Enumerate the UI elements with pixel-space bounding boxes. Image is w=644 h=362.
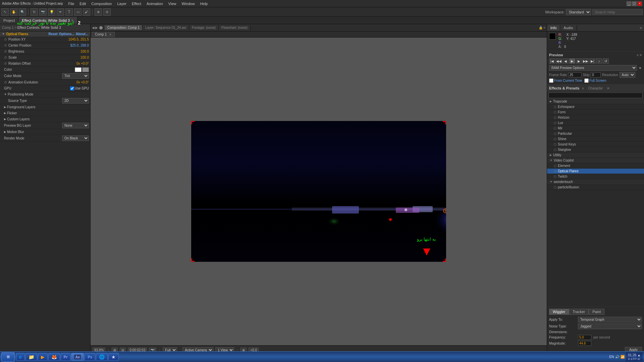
effects-group-utility[interactable]: ▶ Utility bbox=[547, 153, 644, 158]
comp-subtab-comp1[interactable]: Comp 1 ✕ bbox=[92, 32, 115, 37]
viewer-lock-icon[interactable]: 🔒 bbox=[539, 26, 543, 29]
tool-zoom[interactable]: 🔍 bbox=[19, 8, 26, 16]
panel-tab-effect-controls[interactable]: Effect Controls: White Solid 3 ✕ bbox=[18, 17, 77, 24]
menu-animation[interactable]: Animation bbox=[144, 1, 166, 6]
effects-item-optical-flares[interactable]: ⬡ Optical Flares bbox=[547, 169, 644, 174]
stopwatch-anim-icon[interactable]: ⏱ bbox=[4, 81, 7, 84]
viewer-tab-right[interactable]: ▶ bbox=[95, 26, 98, 29]
effects-item-sound-keys[interactable]: ⬡ Sound Keys bbox=[547, 142, 644, 147]
tool-paint[interactable]: 🖌 bbox=[83, 8, 90, 16]
prop-anim-value[interactable]: 0x +0.0° bbox=[76, 80, 89, 84]
effects-item-particle-illusion[interactable]: ⬡ particleIllusion bbox=[547, 185, 644, 190]
effects-item-lux[interactable]: ⬡ Lux bbox=[547, 120, 644, 126]
viewer-menu-icon[interactable]: ≡ bbox=[543, 26, 545, 29]
flicker-triangle[interactable]: ▶ bbox=[4, 112, 6, 115]
color-swatch[interactable] bbox=[75, 67, 82, 72]
stopwatch-scale-icon[interactable]: ⏱ bbox=[4, 56, 7, 59]
minimize-button[interactable]: _ bbox=[627, 1, 631, 6]
about-btn[interactable]: About... bbox=[76, 32, 88, 36]
viewer-tab-comp[interactable]: Composition: Comp 1 bbox=[105, 25, 143, 30]
tracker-tab[interactable]: Tracker bbox=[569, 309, 589, 315]
effect-triangle[interactable]: ▼ bbox=[2, 33, 5, 36]
effects-item-echospace[interactable]: ⬡ Echospace bbox=[547, 104, 644, 110]
skip-input[interactable] bbox=[591, 72, 601, 77]
frame-rate-input[interactable] bbox=[568, 72, 582, 77]
prop-source-type-select[interactable]: 2D bbox=[62, 98, 89, 104]
tool-clone[interactable]: ⊕ bbox=[95, 8, 102, 16]
stopwatch-center-icon[interactable]: ⏱ bbox=[4, 44, 7, 47]
ram-preview-select[interactable]: RAM Preview Options bbox=[549, 65, 637, 71]
effects-item-mir[interactable]: ⬡ Mir bbox=[547, 126, 644, 131]
from-current-time-checkbox[interactable] bbox=[549, 78, 553, 83]
options-btn[interactable]: Options... bbox=[59, 32, 74, 36]
stopwatch-icon[interactable]: ⏱ bbox=[4, 38, 7, 41]
custom-triangle[interactable]: ▶ bbox=[4, 118, 6, 121]
fg-triangle[interactable]: ▶ bbox=[4, 106, 6, 109]
start-button[interactable]: ⊞ bbox=[1, 352, 15, 362]
tray-volume-icon[interactable]: 🔊 bbox=[615, 355, 619, 359]
prop-preview-bg-select[interactable]: None bbox=[62, 123, 89, 128]
maximize-button[interactable]: □ bbox=[632, 1, 637, 6]
viewer-tab-footage[interactable]: Footage: (none) bbox=[189, 25, 219, 30]
mb-triangle[interactable]: ▶ bbox=[4, 130, 6, 133]
prev-first-btn[interactable]: |◀ bbox=[549, 58, 555, 64]
full-screen-checkbox[interactable] bbox=[584, 78, 589, 83]
prev-fwd-btn[interactable]: ▶▶ bbox=[583, 58, 589, 64]
menu-effect[interactable]: Effect bbox=[129, 1, 144, 6]
effects-item-form[interactable]: ⬡ Form bbox=[547, 110, 644, 115]
prev-audio-btn[interactable]: ♪ bbox=[596, 58, 602, 64]
prev-loop-btn[interactable]: ↺ bbox=[603, 58, 609, 64]
character-tab-btn[interactable]: Character bbox=[588, 86, 603, 90]
tab-info[interactable]: Info bbox=[547, 25, 560, 31]
prop-rotation-value[interactable]: 0x +0.0° bbox=[76, 62, 89, 65]
stopwatch-rotation-icon[interactable]: ⏱ bbox=[4, 62, 7, 65]
right-panel-menu[interactable]: ≡ bbox=[638, 26, 644, 30]
tray-network-icon[interactable]: 📶 bbox=[621, 355, 625, 359]
effects-search-input[interactable] bbox=[548, 93, 643, 98]
wig-noise-type-select[interactable]: Jagged bbox=[578, 323, 642, 329]
tool-rotate[interactable]: ↻ bbox=[31, 8, 38, 16]
comp-subtab-close[interactable]: ✕ bbox=[109, 33, 112, 36]
viewer-tab-flowchart[interactable]: Flowchart: (none) bbox=[219, 25, 251, 30]
search-help-input[interactable] bbox=[592, 9, 643, 15]
effects-item-element[interactable]: ⬡ Element bbox=[547, 163, 644, 169]
preview-close-icon[interactable]: ✕ bbox=[639, 53, 642, 57]
from-current-time-label[interactable]: From Current Time bbox=[549, 78, 582, 83]
wiggler-tab[interactable]: Wiggler bbox=[549, 309, 569, 315]
panel-tab-project[interactable]: Project bbox=[0, 17, 18, 24]
close-button[interactable]: ✕ bbox=[637, 1, 642, 6]
preview-expand-icon[interactable]: ≡ bbox=[637, 53, 639, 57]
prev-back-frame-btn[interactable]: ◀ bbox=[562, 58, 569, 64]
tool-hand[interactable]: ✋ bbox=[10, 8, 17, 16]
tool-arrow[interactable]: ↖ bbox=[1, 8, 9, 16]
menu-edit[interactable]: Edit bbox=[77, 1, 89, 6]
viewer-tab-left[interactable]: ◀ bbox=[92, 26, 95, 29]
taskbar-item-app[interactable]: ★ bbox=[108, 353, 119, 361]
prev-back-btn[interactable]: ◀◀ bbox=[556, 58, 562, 64]
positioning-triangle[interactable]: ▼ bbox=[4, 93, 7, 96]
color-swatch2[interactable] bbox=[82, 67, 89, 72]
taskbar-item-ae[interactable]: Ae bbox=[71, 353, 84, 361]
taskbar-item-files[interactable]: 📁 bbox=[25, 353, 37, 361]
effects-group-video-copilot[interactable]: ▼ Video Copilot bbox=[547, 158, 644, 163]
workspace-select[interactable]: Standard bbox=[566, 9, 591, 15]
prop-position-xy-value[interactable]: 1045.5, 251.5 bbox=[68, 38, 89, 41]
menu-window[interactable]: Window bbox=[179, 1, 197, 6]
wig-apply-to-select[interactable]: Temporal Graph bbox=[578, 317, 642, 322]
panel-tab-effect-controls-close[interactable]: ✕ bbox=[71, 19, 74, 22]
effects-group-wondertouch[interactable]: ▼ wondertouch bbox=[547, 179, 644, 185]
taskbar-item-premiere[interactable]: Pr bbox=[61, 353, 71, 361]
resolution-select[interactable]: Auto bbox=[620, 72, 635, 78]
prop-gpu-checkbox[interactable] bbox=[70, 86, 74, 90]
prev-fwd-frame-btn[interactable]: ▶ bbox=[576, 58, 582, 64]
effects-item-shine[interactable]: ⬡ Shine bbox=[547, 136, 644, 142]
tool-light[interactable]: 💡 bbox=[48, 8, 55, 16]
taskbar-item-firefox[interactable]: 🦊 bbox=[48, 353, 60, 361]
effects-item-twitch[interactable]: ⬡ Twitch bbox=[547, 174, 644, 179]
full-screen-label[interactable]: Full Screen bbox=[584, 78, 606, 83]
viewer-tab-layer[interactable]: Layer: Sequence 01_34.avi bbox=[143, 25, 189, 30]
wig-magnitude-input[interactable] bbox=[578, 341, 591, 346]
menu-file[interactable]: File bbox=[66, 1, 77, 6]
menu-layer[interactable]: Layer bbox=[114, 1, 129, 6]
prop-scale-value[interactable]: 100.0 bbox=[80, 56, 89, 59]
